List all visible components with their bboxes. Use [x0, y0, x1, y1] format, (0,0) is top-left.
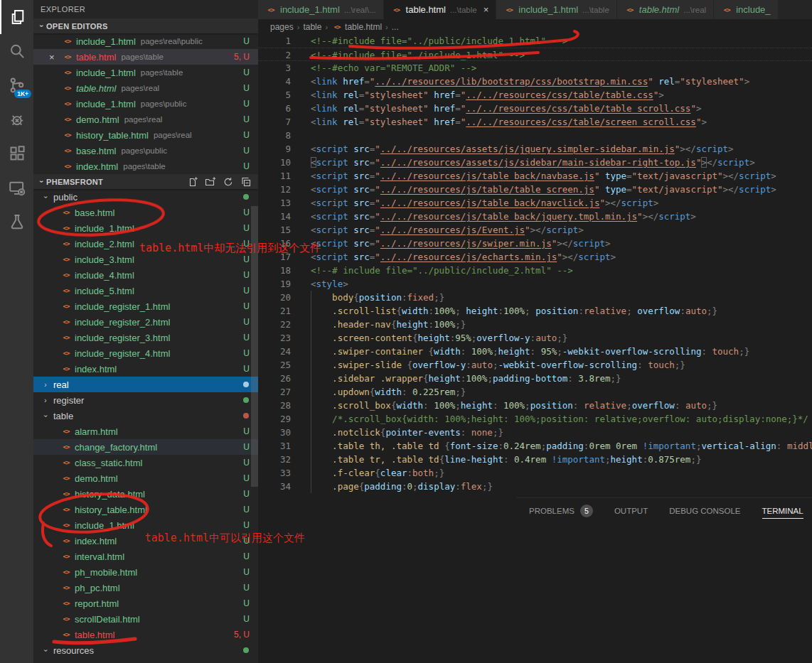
- line-number[interactable]: 34: [258, 480, 291, 493]
- line-number[interactable]: 33: [258, 466, 291, 480]
- line-number[interactable]: 1: [258, 34, 291, 48]
- tree-file-include-3-html[interactable]: <>include_3.htmlU: [33, 252, 258, 267]
- line-number[interactable]: 6: [258, 102, 291, 115]
- line-number[interactable]: 4: [258, 75, 291, 88]
- line-number[interactable]: 22: [258, 318, 291, 331]
- breadcrumb-item[interactable]: table: [303, 22, 321, 32]
- tree-file-ph-pc-html[interactable]: <>ph_pc.htmlU: [33, 580, 258, 595]
- extensions-icon[interactable]: [0, 136, 33, 171]
- tree-folder-assets[interactable]: ›assets: [33, 658, 258, 663]
- tree-file-history-table-html[interactable]: <>history_table.htmlU: [33, 502, 258, 517]
- tree-folder-resources[interactable]: ›resources: [33, 642, 258, 658]
- line-number[interactable]: 30: [258, 426, 291, 439]
- close-icon[interactable]: ×: [484, 4, 489, 15]
- tree-file-demo-html[interactable]: <>demo.htmlU: [33, 470, 258, 486]
- tree-file-table-html[interactable]: <>table.html5, U: [33, 627, 258, 642]
- line-number[interactable]: 15: [258, 223, 291, 237]
- line-number[interactable]: 11: [258, 169, 291, 183]
- tree-file-class-static-html[interactable]: <>class_static.htmlU: [33, 455, 258, 470]
- code-line[interactable]: 1<!--#include file="../public/include_1.…: [258, 34, 812, 48]
- code-line[interactable]: 10<script src="../../resources/assets/js…: [258, 156, 812, 169]
- tree-file-include-register-4-html[interactable]: <>include_register_4.htmlU: [33, 345, 258, 361]
- code-line[interactable]: 7<link rel="stylesheet" href="../../reso…: [258, 115, 812, 129]
- code-line[interactable]: 20 body{position:fixed;}: [258, 291, 812, 304]
- tree-file-index-html[interactable]: <>index.htmlU: [33, 361, 258, 377]
- code-line[interactable]: 6<link rel="stylesheet" href="../../reso…: [258, 102, 812, 115]
- editor-tab[interactable]: <>include_1.html...\real\...: [258, 0, 384, 19]
- tree-file-change-factory-html[interactable]: <>change_factory.htmlU: [33, 439, 258, 455]
- tree-file-history-data-html[interactable]: <>history_data.htmlU: [33, 486, 258, 502]
- line-number[interactable]: 12: [258, 183, 291, 196]
- open-editor-item[interactable]: <>include_1.htmlpages\publicU: [33, 96, 258, 112]
- code-line[interactable]: 8: [258, 129, 812, 142]
- line-number[interactable]: 25: [258, 358, 291, 372]
- line-number[interactable]: 31: [258, 439, 291, 453]
- line-number[interactable]: 23: [258, 331, 291, 345]
- code-line[interactable]: 14<script src="../../resources/js/table_…: [258, 210, 812, 223]
- tree-file-include-register-2-html[interactable]: <>include_register_2.htmlU: [33, 314, 258, 330]
- open-editor-item[interactable]: <>history_table.htmlpages\realU: [33, 127, 258, 143]
- line-number[interactable]: 21: [258, 304, 291, 318]
- code-line[interactable]: 27 .updown{width: 0.225rem;}: [258, 385, 812, 399]
- tree-file-scrollDetail-html[interactable]: <>scrollDetail.htmlU: [33, 611, 258, 627]
- code-line[interactable]: 26 .sidebar .wrapper{height:100%;padding…: [258, 372, 812, 385]
- tree-folder-real[interactable]: ›real: [33, 377, 258, 392]
- line-number[interactable]: 29: [258, 412, 291, 426]
- test-beaker-icon[interactable]: [0, 205, 33, 239]
- line-number[interactable]: 2: [258, 48, 291, 60]
- code-line[interactable]: 3<!--#echo var="REMOTE_ADDR" -->: [258, 61, 812, 75]
- breadcrumb-item[interactable]: ...: [392, 22, 399, 32]
- panel-tab-output[interactable]: OUTPUT: [614, 498, 648, 524]
- line-number[interactable]: 28: [258, 399, 291, 412]
- line-number[interactable]: 20: [258, 291, 291, 304]
- code-line[interactable]: 32 .table tr, .table td{line-height: 0.4…: [258, 453, 812, 466]
- code-line[interactable]: 5<link rel="stylesheet" href="../../reso…: [258, 88, 812, 102]
- code-line[interactable]: 4<link href="../../resources/lib/bootstr…: [258, 75, 812, 88]
- tree-file-include-register-1-html[interactable]: <>include_register_1.htmlU: [33, 298, 258, 314]
- tree-file-include-5-html[interactable]: <>include_5.htmlU: [33, 283, 258, 298]
- collapse-all-icon[interactable]: [240, 176, 252, 188]
- tree-file-alarm-html[interactable]: <>alarm.htmlU: [33, 424, 258, 439]
- code-editor[interactable]: 1<!--#include file="../public/include_1.…: [258, 34, 812, 495]
- breadcrumb-item[interactable]: pages: [270, 22, 294, 32]
- code-line[interactable]: 12<script src="../../resources/js/table/…: [258, 183, 812, 196]
- editor-tab[interactable]: <>table.html...\table×: [384, 0, 497, 19]
- code-line[interactable]: 18<!--# include file="../public/include_…: [258, 264, 812, 277]
- explorer-icon[interactable]: [0, 0, 33, 34]
- project-section-header[interactable]: › PHEMSFRONT: [33, 174, 258, 189]
- open-editors-header[interactable]: › OPEN EDITORS: [33, 18, 258, 33]
- tree-file-interval-html[interactable]: <>interval.htmlU: [33, 549, 258, 564]
- tree-file-ph-mobile-html[interactable]: <>ph_mobile.htmlU: [33, 564, 258, 580]
- search-icon[interactable]: [0, 34, 33, 68]
- code-line[interactable]: 29 /*.scroll_box{width: 100%;height: 100…: [258, 412, 812, 426]
- debug-icon[interactable]: [0, 102, 33, 136]
- code-line[interactable]: 17<script src="../../resources/js/echart…: [258, 250, 812, 264]
- line-number[interactable]: 14: [258, 210, 291, 223]
- code-line[interactable]: 2<!--#include file="./include_1.html" --…: [258, 48, 812, 61]
- open-editor-item[interactable]: <>index.htmlpages\tableU: [33, 158, 258, 174]
- line-number[interactable]: 5: [258, 88, 291, 102]
- new-folder-icon[interactable]: [205, 176, 216, 188]
- line-number[interactable]: 17: [258, 250, 291, 264]
- code-line[interactable]: 24 .swiper-container {width: 100%;height…: [258, 345, 812, 358]
- refresh-icon[interactable]: [223, 176, 234, 188]
- source-control-icon[interactable]: 1K+: [0, 68, 33, 102]
- code-line[interactable]: 13<script src="../../resources/js/table_…: [258, 196, 812, 210]
- tree-folder-register[interactable]: ›register: [33, 392, 258, 408]
- tree-file-include-2-html[interactable]: <>include_2.htmlU: [33, 236, 258, 252]
- panel-tab-problems[interactable]: PROBLEMS5: [529, 498, 593, 524]
- line-number[interactable]: 19: [258, 277, 291, 291]
- code-line[interactable]: 23 .screen-content{height:95%;overflow-y…: [258, 331, 812, 345]
- line-number[interactable]: 27: [258, 385, 291, 399]
- code-line[interactable]: 21 .scroll-list{width:100%; height:100%;…: [258, 304, 812, 318]
- new-file-icon[interactable]: [187, 176, 198, 188]
- open-editor-item[interactable]: <>demo.htmlpages\realU: [33, 112, 258, 127]
- tree-file-report-html[interactable]: <>report.htmlU: [33, 595, 258, 611]
- code-line[interactable]: 30 .notclick{pointer-events: none;}: [258, 426, 812, 439]
- code-line[interactable]: 34 .page{padding:0;display:flex;}: [258, 480, 812, 493]
- code-line[interactable]: 15<script src="../../resources/js/Event.…: [258, 223, 812, 237]
- line-number[interactable]: 3: [258, 61, 291, 75]
- line-number[interactable]: 26: [258, 372, 291, 385]
- editor-tab[interactable]: <>include_: [714, 0, 778, 19]
- code-line[interactable]: 33 .f-clear{clear:both;}: [258, 466, 812, 480]
